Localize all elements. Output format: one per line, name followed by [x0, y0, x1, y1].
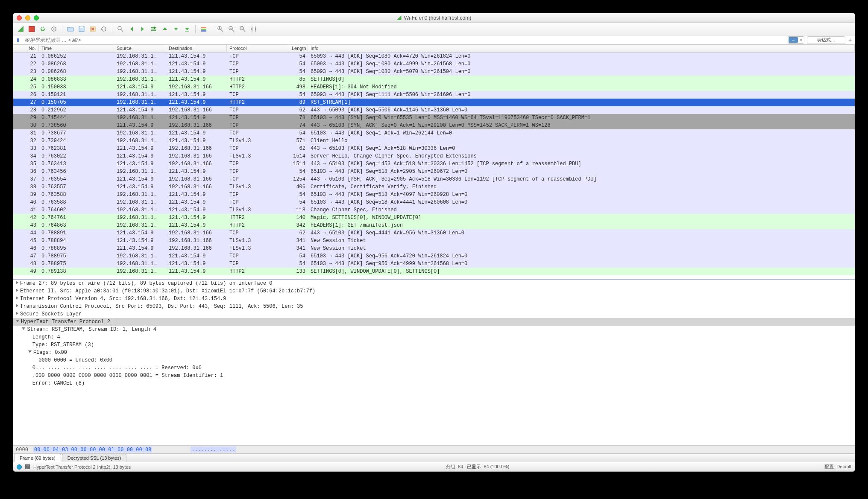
packet-row[interactable]: 480.788975192.168.31.1…121.43.154.9TCP54… [13, 260, 855, 268]
col-protocol[interactable]: Protocol [227, 45, 289, 52]
go-forward-button[interactable] [138, 24, 147, 34]
expand-icon[interactable] [16, 312, 18, 315]
expand-icon[interactable] [16, 289, 18, 292]
find-packet-button[interactable] [116, 24, 125, 34]
go-back-button[interactable] [127, 24, 136, 34]
tree-node[interactable]: Internet Protocol Version 4, Src: 192.16… [13, 295, 855, 303]
apply-filter-button[interactable]: →▾ [788, 36, 804, 44]
restart-capture-button[interactable] [38, 24, 47, 34]
hex-ascii[interactable]: ........ ..... [191, 446, 235, 452]
expand-icon[interactable] [16, 281, 18, 284]
tree-node[interactable]: Ethernet II, Src: Apple_a0:3a:01 (f0:18:… [13, 287, 855, 295]
packet-row[interactable]: 340.763022121.43.154.9192.168.31.166TLSv… [13, 152, 855, 160]
capture-stopped-icon[interactable]: ✎ [25, 464, 30, 469]
packet-row[interactable]: 400.763588192.168.31.1…121.43.154.9TCP54… [13, 198, 855, 206]
minimize-icon[interactable] [25, 15, 30, 20]
col-source[interactable]: Source [114, 45, 166, 52]
col-no[interactable]: No. [13, 45, 39, 52]
packet-row[interactable]: 460.788895121.43.154.9192.168.31.166TLSv… [13, 245, 855, 252]
reload-file-button[interactable] [99, 24, 108, 34]
close-file-button[interactable] [88, 24, 97, 34]
zoom-in-button[interactable] [216, 24, 225, 34]
stop-capture-button[interactable] [27, 24, 36, 34]
tree-node[interactable]: 0... .... .... .... .... .... .... .... … [13, 364, 855, 372]
tree-node[interactable]: .000 0000 0000 0000 0000 0000 0000 0001 … [13, 372, 855, 379]
tab-frame[interactable]: Frame (89 bytes) [14, 454, 61, 462]
col-time[interactable]: Time [39, 45, 114, 52]
go-last-button[interactable] [171, 24, 181, 34]
tree-node[interactable]: Flags: 0x00 [13, 349, 855, 356]
packet-row[interactable]: 280.212962121.43.154.9192.168.31.166TCP6… [13, 106, 855, 114]
packet-row[interactable]: 370.763554121.43.154.9192.168.31.166TCP1… [13, 175, 855, 183]
tree-node[interactable]: Frame 27: 89 bytes on wire (712 bits), 8… [13, 280, 855, 287]
packet-row[interactable]: 360.763456192.168.31.1…121.43.154.9TCP54… [13, 168, 855, 175]
packet-row[interactable]: 440.788891121.43.154.9192.168.31.166TCP6… [13, 229, 855, 237]
tree-node[interactable]: Secure Sockets Layer [13, 310, 855, 318]
tree-node[interactable]: Transmission Control Protocol, Src Port:… [13, 303, 855, 310]
expand-icon[interactable] [16, 296, 18, 300]
packet-row[interactable]: 250.150033121.43.154.9192.168.31.166HTTP… [13, 83, 855, 91]
packet-row[interactable]: 210.086252192.168.31.1…121.43.154.9TCP54… [13, 53, 855, 60]
packet-row[interactable]: 490.789138192.168.31.1…121.43.154.9HTTP2… [13, 268, 855, 275]
packet-row[interactable]: 290.715444192.168.31.1…121.43.154.9TCP78… [13, 114, 855, 122]
zoom-icon[interactable] [34, 15, 39, 20]
packet-row[interactable]: 470.788975192.168.31.1…121.43.154.9TCP54… [13, 252, 855, 260]
packet-list-header[interactable]: No. Time Source Destination Protocol Len… [13, 45, 855, 53]
titlebar[interactable]: Wi-Fi: en0 (host halfrost.com) [13, 13, 855, 23]
col-length[interactable]: Length [289, 45, 308, 52]
packet-row[interactable]: 320.739424192.168.31.1…121.43.154.9TLSv1… [13, 137, 855, 145]
zoom-out-button[interactable] [227, 24, 236, 34]
packet-row[interactable]: 430.764863192.168.31.1…121.43.154.9HTTP2… [13, 222, 855, 229]
go-to-packet-button[interactable] [149, 24, 158, 34]
tree-node[interactable]: Type: RST_STREAM (3) [13, 341, 855, 349]
tree-node[interactable]: HyperText Transfer Protocol 2 [13, 318, 855, 326]
collapse-icon[interactable] [22, 327, 25, 330]
packet-row[interactable]: 230.086268192.168.31.1…121.43.154.9TCP54… [13, 68, 855, 76]
collapse-icon[interactable] [28, 350, 32, 353]
packet-row[interactable]: 410.764602192.168.31.1…121.43.154.9TLSv1… [13, 206, 855, 214]
colorize-button[interactable] [199, 24, 208, 34]
zoom-reset-button[interactable]: 1:1 [238, 24, 247, 34]
status-profile[interactable]: 配置: Default [824, 464, 851, 470]
bookmark-icon[interactable]: ▮ [13, 37, 23, 43]
packet-row[interactable]: 390.763588192.168.31.1…121.43.154.9TCP54… [13, 191, 855, 198]
expand-icon[interactable] [16, 304, 18, 307]
packet-row[interactable]: 240.086833192.168.31.1…121.43.154.9HTTP2… [13, 76, 855, 83]
packet-row[interactable]: 420.764761192.168.31.1…121.43.154.9HTTP2… [13, 214, 855, 222]
expression-button[interactable]: 表达式… [807, 36, 845, 44]
tree-node[interactable]: Stream: RST_STREAM, Stream ID: 1, Length… [13, 326, 855, 333]
close-icon[interactable] [17, 15, 22, 20]
col-destination[interactable]: Destination [166, 45, 227, 52]
tab-decrypted-ssl[interactable]: Decrypted SSL (13 bytes) [62, 454, 127, 462]
collapse-icon[interactable] [16, 320, 19, 322]
packet-list-pane[interactable]: 210.086252192.168.31.1…121.43.154.9TCP54… [13, 53, 855, 280]
hex-bytes[interactable]: 00 00 04 03 00 00 00 00 01 00 00 00 08 [33, 446, 152, 452]
packet-row[interactable]: 310.738677192.168.31.1…121.43.154.9TCP54… [13, 129, 855, 137]
packet-row[interactable]: 330.762381121.43.154.9192.168.31.166TCP6… [13, 145, 855, 152]
resize-columns-button[interactable] [249, 24, 258, 34]
packet-bytes-pane[interactable]: 0000 00 00 04 03 00 00 00 00 01 00 00 00… [13, 445, 855, 454]
start-capture-button[interactable] [16, 24, 25, 34]
capture-options-button[interactable] [49, 24, 59, 34]
svg-rect-9 [201, 30, 206, 32]
packet-row[interactable]: 300.738560121.43.154.9192.168.31.166TCP7… [13, 122, 855, 129]
tree-node[interactable]: 0000 0000 = Unused: 0x00 [13, 356, 855, 364]
tree-node[interactable]: Error: CANCEL (8) [13, 379, 855, 387]
packet-details-pane[interactable]: Frame 27: 89 bytes on wire (712 bits), 8… [13, 280, 855, 445]
add-filter-button[interactable]: ＋ [845, 36, 855, 44]
packet-row[interactable]: 350.763413121.43.154.9192.168.31.166TCP1… [13, 160, 855, 168]
auto-scroll-button[interactable] [182, 24, 192, 34]
packet-row[interactable]: 220.086268192.168.31.1…121.43.154.9TCP54… [13, 60, 855, 68]
packet-row[interactable]: 260.150121192.168.31.1…121.43.154.9TCP54… [13, 91, 855, 99]
hex-offset: 0000 [16, 446, 28, 452]
display-filter-input[interactable] [23, 37, 788, 43]
open-file-button[interactable] [66, 24, 75, 34]
packet-row[interactable]: 270.150705192.168.31.1…121.43.154.9HTTP2… [13, 99, 855, 106]
packet-row[interactable]: 450.788894121.43.154.9192.168.31.166TLSv… [13, 237, 855, 245]
save-file-button[interactable] [77, 24, 86, 34]
expert-info-icon[interactable] [17, 464, 22, 470]
tree-node[interactable]: Length: 4 [13, 333, 855, 341]
go-first-button[interactable] [160, 24, 170, 34]
packet-row[interactable]: 380.763557121.43.154.9192.168.31.166TLSv… [13, 183, 855, 191]
col-info[interactable]: Info [308, 45, 855, 52]
